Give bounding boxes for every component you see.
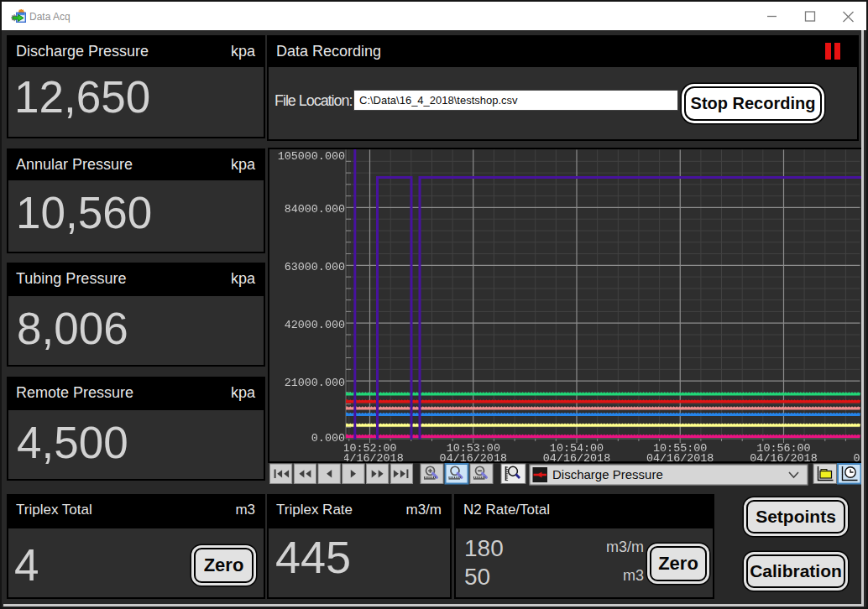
svg-text:21000.000: 21000.000: [285, 377, 345, 389]
svg-text:Discharge Pressure: Discharge Pressure: [552, 467, 663, 481]
svg-text:63000.000: 63000.000: [285, 261, 345, 273]
svg-text:105000.000: 105000.000: [278, 150, 345, 163]
svg-text:42000.000: 42000.000: [285, 319, 345, 331]
svg-text:0.000: 0.000: [311, 432, 345, 445]
svg-text:84000.000: 84000.000: [285, 203, 345, 216]
